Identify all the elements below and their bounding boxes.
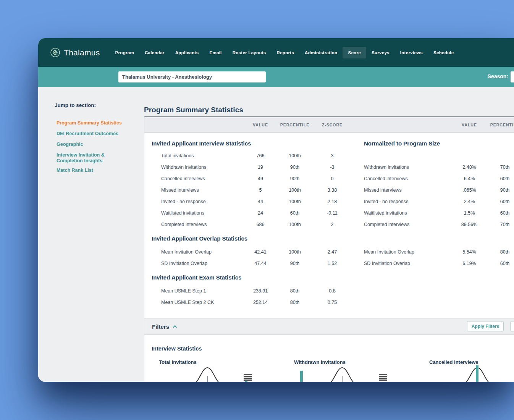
stat-percentile-normalized: 60th bbox=[482, 210, 514, 216]
stat-label: Cancelled interviews bbox=[161, 176, 205, 181]
nav-item-roster-layouts[interactable]: Roster Layouts bbox=[227, 47, 272, 58]
col-header-percentile-right: PERCENTILE bbox=[482, 117, 514, 132]
stat-label: Missed interviews bbox=[161, 187, 199, 193]
stat-percentile-normalized: 80th bbox=[482, 249, 514, 255]
apply-filters-button[interactable]: Apply Filters bbox=[467, 321, 504, 331]
section-heading-left: Invited Applicant Interview Statistics bbox=[152, 140, 251, 147]
nav-item-program[interactable]: Program bbox=[110, 47, 139, 58]
section-heading-left: Invited Applicant Exam Statistics bbox=[152, 274, 241, 281]
filters-label: Filters bbox=[152, 323, 169, 330]
chart-title: Withdrawn Invitations bbox=[294, 359, 346, 365]
sidebar-link-geographic[interactable]: Geographic bbox=[57, 142, 122, 147]
filters-toggle[interactable]: Filters bbox=[152, 323, 177, 330]
stat-label-normalized: SD Invitiation Overlap bbox=[364, 261, 410, 266]
brand-name: Thalamus bbox=[64, 48, 100, 57]
stat-percentile-normalized: 60th bbox=[482, 199, 514, 204]
thalamus-logo-icon bbox=[50, 47, 60, 58]
stat-row: Total invitations766100th3 bbox=[144, 150, 514, 162]
stat-percentile-normalized: 90th bbox=[482, 187, 514, 193]
nav-item-schedule[interactable]: Schedule bbox=[428, 47, 459, 58]
stat-zscore: 1.52 bbox=[309, 261, 355, 266]
chart-total-invitations: Total Invitations bbox=[159, 359, 294, 382]
stat-row: Waitlisted invitations2460th-0.11Waitlis… bbox=[144, 207, 514, 219]
stat-row: Completed interviews686100th2Completed i… bbox=[144, 219, 514, 230]
chart-cancelled-interviews: Cancelled Interviews bbox=[429, 359, 514, 382]
chart-title: Total Invitations bbox=[159, 359, 197, 365]
program-position-bar bbox=[300, 371, 303, 382]
stat-label-normalized: Withdrawn invitations bbox=[364, 165, 409, 170]
section-heading-row: Invited Applicant Overlap Statistics bbox=[144, 230, 514, 246]
stat-label: Total invitations bbox=[161, 153, 194, 158]
stat-label-normalized: Missed interviews bbox=[364, 187, 402, 193]
season-select[interactable] bbox=[511, 71, 514, 82]
nav-item-surveys[interactable]: Surveys bbox=[366, 47, 395, 58]
section-heading-row: Invited Applicant Interview StatisticsNo… bbox=[144, 136, 514, 150]
stat-zscore: -0.11 bbox=[309, 210, 355, 216]
nav-item-applicants[interactable]: Applicants bbox=[170, 47, 204, 58]
season-label: Season: bbox=[488, 73, 508, 79]
distribution-curve bbox=[192, 367, 223, 382]
chevron-up-icon bbox=[173, 325, 177, 328]
stat-row: SD Invitiation Overlap47.4490th1.52SD In… bbox=[144, 258, 514, 269]
stat-row: Missed interviews5100th3.38Missed interv… bbox=[144, 184, 514, 196]
stat-label-normalized: Mean Invitation Overlap bbox=[364, 249, 414, 255]
chart-menu-icon[interactable] bbox=[244, 374, 252, 381]
stat-percentile-normalized: 60th bbox=[482, 261, 514, 266]
nav-item-administration[interactable]: Administration bbox=[299, 47, 343, 58]
filters-bar: Filters Apply Filters bbox=[144, 318, 514, 335]
sidebar-link-dei-recruitment-outcomes[interactable]: DEI Recruitment Outcomes bbox=[57, 131, 122, 137]
nav-item-calendar[interactable]: Calendar bbox=[139, 47, 170, 58]
program-subbar: Season: bbox=[38, 67, 514, 87]
stats-table-body: Invited Applicant Interview StatisticsNo… bbox=[144, 133, 514, 318]
stat-label-normalized: Waitlisted invitations bbox=[364, 210, 407, 216]
section-heading-right: Normalized to Program Size bbox=[364, 140, 440, 147]
main-panel: Program Summary Statistics VALUE PERCENT… bbox=[144, 87, 514, 382]
stat-zscore: 0.8 bbox=[309, 288, 355, 294]
sidebar-link-interview-invitation-completion-insights[interactable]: Interview Invitation & Completion Insigh… bbox=[57, 152, 122, 164]
stat-percentile-normalized: 70th bbox=[482, 165, 514, 170]
stat-zscore: 2.18 bbox=[309, 199, 355, 204]
interview-statistics-title: Interview Statistics bbox=[152, 346, 202, 352]
stat-zscore: 0 bbox=[309, 176, 355, 181]
stat-label: Withdrawn invitations bbox=[161, 165, 206, 170]
section-heading-row: Invited Applicant Exam Statistics bbox=[144, 269, 514, 285]
nav-item-reports[interactable]: Reports bbox=[272, 47, 300, 58]
stat-percentile-normalized: 70th bbox=[482, 222, 514, 227]
stat-label: Mean USMLE Step 2 CK bbox=[161, 300, 214, 305]
stat-label-normalized: Completed interviews bbox=[364, 222, 410, 227]
jump-sidebar: Jump to section: Program Summary Statist… bbox=[38, 87, 144, 382]
chart-withdrawn-invitations: Withdrawn Invitations bbox=[294, 359, 429, 382]
jump-title: Jump to section: bbox=[55, 102, 96, 108]
brand[interactable]: Thalamus bbox=[50, 47, 100, 58]
program-position-bar bbox=[245, 381, 247, 382]
chart-title: Cancelled Interviews bbox=[429, 359, 478, 365]
program-search-input[interactable] bbox=[118, 71, 266, 82]
stat-label: Completed interviews bbox=[161, 222, 207, 227]
content-area: Jump to section: Program Summary Statist… bbox=[38, 87, 514, 382]
stat-percentile-normalized: 60th bbox=[482, 176, 514, 181]
distribution-curve bbox=[327, 367, 357, 382]
stats-table-header: VALUE PERCENTILE Z-SCORE VALUE PERCENTIL… bbox=[144, 117, 514, 133]
stat-zscore: 2.47 bbox=[309, 249, 355, 255]
stat-row: Cancelled interviews4990th0Cancelled int… bbox=[144, 173, 514, 184]
sidebar-link-program-summary-statistics[interactable]: Program Summary Statistics bbox=[57, 120, 122, 126]
nav-item-score[interactable]: Score bbox=[343, 47, 366, 58]
stat-label-normalized: Cancelled interviews bbox=[364, 176, 408, 181]
main-nav: ProgramCalendarApplicantsEmailRoster Lay… bbox=[110, 47, 459, 58]
chart-menu-icon[interactable] bbox=[379, 374, 387, 381]
sidebar-link-match-rank-list[interactable]: Match Rank List bbox=[57, 168, 122, 173]
stat-zscore: 0.75 bbox=[309, 300, 355, 305]
secondary-filters-button[interactable] bbox=[510, 321, 514, 331]
stat-zscore: 3 bbox=[309, 153, 355, 158]
stat-row: Mean USMLE Step 2 CK252.1480th0.75 bbox=[144, 297, 514, 308]
program-position-bar bbox=[476, 365, 478, 382]
stat-row: Mean USMLE Step 1238.9180th0.8 bbox=[144, 285, 514, 297]
page-title: Program Summary Statistics bbox=[144, 106, 243, 114]
stats-card: VALUE PERCENTILE Z-SCORE VALUE PERCENTIL… bbox=[144, 116, 514, 382]
section-heading-left: Invited Applicant Overlap Statistics bbox=[152, 235, 247, 242]
stat-label: Mean Invitation Overlap bbox=[161, 249, 212, 255]
nav-item-email[interactable]: Email bbox=[204, 47, 227, 58]
stat-row: Mean Invitation Overlap42.41100th2.47Mea… bbox=[144, 246, 514, 258]
nav-item-interviews[interactable]: Interviews bbox=[395, 47, 428, 58]
stat-zscore: 2 bbox=[309, 222, 355, 227]
